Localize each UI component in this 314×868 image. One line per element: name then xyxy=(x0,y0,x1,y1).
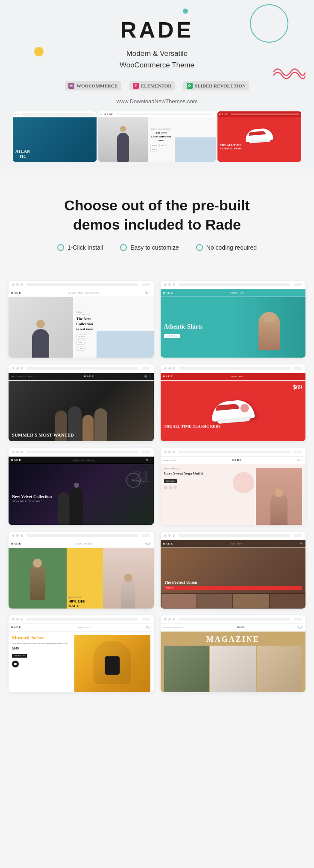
demo4-headline: THE ALL TIME CLASSIC REDS xyxy=(164,424,302,429)
demo-5-content: RADE COLLECTIONLOOKBOOK 🔍 ♡ 21 SS R xyxy=(9,457,154,525)
demo-2-content: RADE WOMENMEN ⋮ Athentic Shirts SHOP NOW xyxy=(161,289,306,358)
demo-7-content: RADE WOMENMENKIDS 🔍 🛒 Feel Style 40% OFF… xyxy=(9,540,154,609)
header-section: RADE Modern & Versatile WooCommerce Them… xyxy=(0,0,314,175)
demo3-headline: SUMMER'S MOST WANTED xyxy=(12,432,74,438)
preview-thumb-3: RADE THE ALL TIMECLASSIC REDS xyxy=(217,111,301,162)
demo-3-content: TABCOLLECTIONABOUT RADE 🔍♡ SUMMER'S MOST xyxy=(9,373,154,441)
elementor-icon: E xyxy=(133,83,139,89)
demo1-tag: MENS COLLECTION xyxy=(76,311,93,315)
demo-card-summer[interactable]: TABCOLLECTIONABOUT RADE 🔍♡ SUMMER'S MOST xyxy=(9,364,154,441)
demo8-headline: The Perfect Union xyxy=(164,580,302,585)
demo-card-cozy[interactable]: WOMENSPORT RADE 🔍♡ NEW ARRIVALS Cozy Swe… xyxy=(161,448,306,525)
demo-card-mustard[interactable]: RADE WOMENMEN 🔍 ♡ Mustard Jacket New arr… xyxy=(9,615,154,692)
demo-card-magazine[interactable]: The theme is available at RA... RADE 🔍 🛒… xyxy=(161,615,306,692)
preview-1-label: ATLANTIC xyxy=(15,149,30,159)
demo-card-reds[interactable]: RADE WOMENMEN ⋮ $69 THE ALL TIME CLASSIC… xyxy=(161,364,306,441)
elementor-badge: E ELEMENTOR xyxy=(129,81,175,90)
decoration-dot-yellow xyxy=(34,47,44,56)
demo10-headline: MAGAZINE xyxy=(206,635,260,644)
decoration-dot-teal xyxy=(183,9,188,14)
demos-section: Choose out of the pre-built demos includ… xyxy=(0,175,314,280)
preview-2-headline: The New Collection is out now xyxy=(150,131,172,143)
demo-card-mens[interactable]: RADE WOMENMENACCESSORIES 🔍♡ New xyxy=(9,281,154,358)
slider-icon: ⟳ xyxy=(187,83,193,89)
browser-bar-4 xyxy=(161,364,306,373)
woocommerce-badge: W WOOCOMMERCE xyxy=(65,81,121,90)
demo-10-content: The theme is available at RA... RADE 🔍 🛒… xyxy=(161,624,306,692)
feature-1click: 1-Click Install xyxy=(57,244,103,251)
browser-bar-7 xyxy=(9,532,154,540)
demo-card-union[interactable]: RADE SHOPABOUT 🔍 The Perfect Union EXPLO… xyxy=(161,532,306,609)
demo-4-content: RADE WOMENMEN ⋮ $69 THE ALL TIME CLASSIC… xyxy=(161,373,306,441)
demo-1-content: RADE WOMENMENACCESSORIES 🔍♡ New xyxy=(9,289,154,358)
demo1-headline: The New Collection is out now xyxy=(76,317,93,332)
browser-bar-9 xyxy=(9,615,154,624)
demo9-headline: Mustard Jacket xyxy=(12,635,72,641)
browser-bar-3 xyxy=(9,364,154,373)
header-preview-row: ATLANTIC RADE MENS COLLECTION The New Co… xyxy=(13,111,301,162)
features-row: 1-Click Install Easy to customize No cod… xyxy=(17,244,297,251)
browser-bar-10 xyxy=(161,615,306,624)
brand-subtitle: Modern & Versatile WooCommerce Theme xyxy=(9,48,305,71)
browser-bar-1 xyxy=(13,111,97,117)
feature-circle-3 xyxy=(196,244,203,251)
demo-9-content: RADE WOMENMEN 🔍 ♡ Mustard Jacket New arr… xyxy=(9,624,154,692)
plugin-badges: W WOOCOMMERCE E ELEMENTOR ⟳ SLIDER REVOL… xyxy=(9,81,305,90)
browser-bar-2 xyxy=(161,281,306,289)
demo2-headline: Athentic Shirts xyxy=(164,323,203,331)
demo-6-content: WOMENSPORT RADE 🔍♡ NEW ARRIVALS Cozy Swe… xyxy=(161,457,306,525)
demo-card-shirts[interactable]: RADE WOMENMEN ⋮ Athentic Shirts SHOP NOW xyxy=(161,281,306,358)
feature-easy: Easy to customize xyxy=(120,244,179,251)
demo6-headline: Cozy Sweat Yoga Outfit xyxy=(164,471,230,476)
slider-badge: ⟳ SLIDER REVOLUTION xyxy=(183,81,249,90)
demo4-price: $69 xyxy=(293,384,302,391)
demos-title: Choose out of the pre-built demos includ… xyxy=(17,196,297,233)
website-url: www.DownloadNewThemes.com xyxy=(9,98,305,105)
squiggle-decoration xyxy=(271,64,305,81)
demo7-headline: 40% OFFSALE xyxy=(69,599,100,609)
demo-grid: RADE WOMENMENACCESSORIES 🔍♡ New xyxy=(0,281,314,705)
decoration-circle xyxy=(250,4,288,43)
preview-3-label: THE ALL TIMECLASSIC REDS xyxy=(220,143,299,151)
preview-thumb-2: RADE MENS COLLECTION The New Collection … xyxy=(98,111,216,162)
browser-bar xyxy=(9,281,154,289)
demo-card-velvet[interactable]: RADE COLLECTIONLOOKBOOK 🔍 ♡ 21 SS R xyxy=(9,448,154,525)
feature-circle-2 xyxy=(120,244,127,251)
browser-bar-6 xyxy=(161,448,306,457)
browser-bar-5 xyxy=(9,448,154,457)
browser-bar-8 xyxy=(161,532,306,540)
demo5-headline: New Velvet Collection xyxy=(12,494,52,499)
demo-card-sale[interactable]: RADE WOMENMENKIDS 🔍 🛒 Feel Style 40% OFF… xyxy=(9,532,154,609)
woo-icon: W xyxy=(68,83,74,89)
demo-8-content: RADE SHOPABOUT 🔍 The Perfect Union EXPLO… xyxy=(161,540,306,609)
feature-nocoding: No coding required xyxy=(196,244,257,251)
preview-thumb-1: ATLANTIC xyxy=(13,111,97,162)
feature-circle-1 xyxy=(57,244,64,251)
